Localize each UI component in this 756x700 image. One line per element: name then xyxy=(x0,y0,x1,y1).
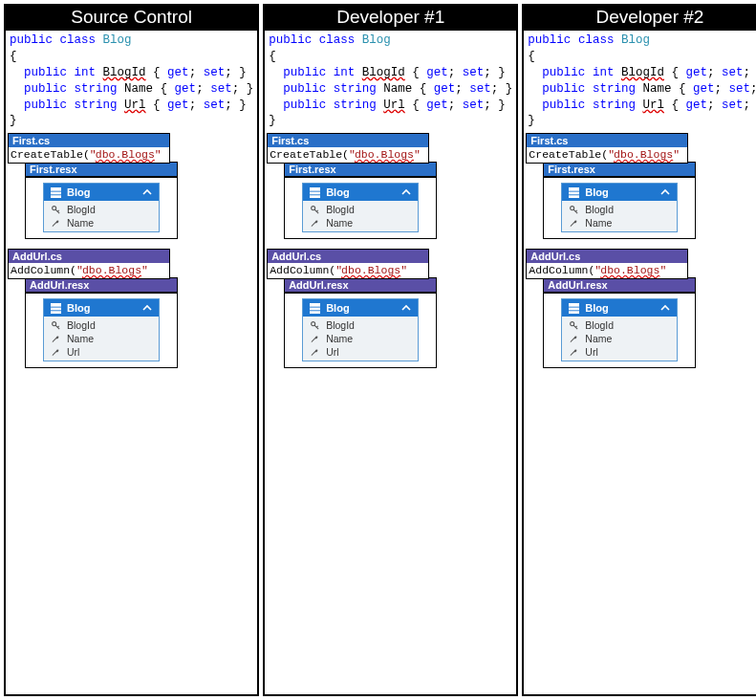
chevron-up-icon xyxy=(400,186,412,198)
file-title: AddUrl.cs xyxy=(9,250,169,263)
column-source-control: Source Control public class Blog { publi… xyxy=(4,4,259,696)
property-row: Url xyxy=(562,345,677,359)
property-row: Name xyxy=(44,216,159,230)
code-snippet: public class Blog { public int BlogId { … xyxy=(265,31,516,129)
property-row: Url xyxy=(303,345,418,359)
entity-properties: BlogId Name Url xyxy=(562,317,677,361)
property-row: Name xyxy=(303,216,418,230)
entity-properties: BlogId Name Url xyxy=(303,317,418,361)
key-icon xyxy=(568,319,579,331)
wrench-icon xyxy=(50,333,61,344)
wrench-icon xyxy=(568,217,579,229)
code-snippet: public class Blog { public int BlogId { … xyxy=(6,31,257,129)
entity-icon xyxy=(309,186,320,198)
svg-rect-21 xyxy=(569,307,579,310)
svg-rect-16 xyxy=(569,187,579,191)
entity-name: Blog xyxy=(67,302,90,314)
file-body: CreateTable("dbo.Blogs" xyxy=(527,147,687,163)
svg-rect-6 xyxy=(51,311,61,314)
property-row: BlogId xyxy=(562,203,677,216)
property-row: BlogId xyxy=(303,318,418,332)
wrench-icon xyxy=(309,346,320,358)
property-row: BlogId xyxy=(562,318,677,332)
columns-container: Source Control public class Blog { publi… xyxy=(4,4,752,696)
property-row: BlogId xyxy=(303,203,418,216)
file-title: AddUrl.resx xyxy=(25,277,178,293)
file-title: AddUrl.cs xyxy=(268,250,428,263)
svg-rect-13 xyxy=(310,307,320,310)
entity-header: Blog xyxy=(303,184,418,201)
column-header: Source Control xyxy=(6,6,257,31)
svg-rect-12 xyxy=(310,303,320,307)
entity-icon xyxy=(568,302,579,314)
svg-rect-18 xyxy=(569,195,579,198)
file-title: First.cs xyxy=(527,134,687,147)
entity-designer: Blog BlogId Name xyxy=(561,183,678,232)
addurl-cs-file: AddUrl.cs AddColumn("dbo.Blogs" xyxy=(8,249,170,279)
addurl-resx-file: AddUrl.resx Blog BlogId Name Url xyxy=(25,277,178,368)
file-body: CreateTable("dbo.Blogs" xyxy=(9,147,169,163)
entity-name: Blog xyxy=(585,302,608,314)
resx-card: Blog BlogId Name xyxy=(25,177,178,239)
wrench-icon xyxy=(568,346,579,358)
chevron-up-icon xyxy=(141,186,153,198)
first-resx-file: First.resx Blog BlogId Name xyxy=(284,162,437,239)
wrench-icon xyxy=(50,346,61,358)
file-title: AddUrl.resx xyxy=(543,277,696,293)
resx-card: Blog BlogId Name Url xyxy=(284,293,437,368)
svg-rect-14 xyxy=(310,311,320,314)
key-icon xyxy=(50,204,61,215)
file-title: First.cs xyxy=(9,134,169,147)
column-developer-2: Developer #2 public class Blog { public … xyxy=(522,4,756,696)
addurl-resx-file: AddUrl.resx Blog BlogId Name Url xyxy=(543,277,696,368)
column-header: Developer #1 xyxy=(265,6,516,31)
entity-header: Blog xyxy=(44,299,159,317)
file-title: First.cs xyxy=(268,134,428,147)
entity-name: Blog xyxy=(67,186,90,198)
entity-header: Blog xyxy=(303,299,418,317)
first-resx-file: First.resx Blog BlogId Name xyxy=(543,162,696,239)
file-title: AddUrl.cs xyxy=(527,250,687,263)
svg-rect-4 xyxy=(51,303,61,307)
file-body: CreateTable("dbo.Blogs" xyxy=(268,147,428,163)
column-header: Developer #2 xyxy=(524,6,756,31)
wrench-icon xyxy=(309,217,320,229)
file-body: AddColumn("dbo.Blogs" xyxy=(268,263,428,278)
key-icon xyxy=(568,204,579,215)
chevron-up-icon xyxy=(659,302,671,314)
files-area: First.cs CreateTable("dbo.Blogs" First.r… xyxy=(265,129,516,368)
resx-card: Blog BlogId Name xyxy=(284,177,437,239)
entity-designer: Blog BlogId Name Url xyxy=(302,298,419,361)
file-title: First.resx xyxy=(284,162,437,177)
entity-icon xyxy=(50,186,61,198)
entity-name: Blog xyxy=(585,186,608,198)
svg-rect-1 xyxy=(51,191,61,194)
property-row: BlogId xyxy=(44,203,159,216)
wrench-icon xyxy=(568,333,579,344)
resx-card: Blog BlogId Name xyxy=(543,177,696,239)
entity-properties: BlogId Name Url xyxy=(44,317,159,361)
key-icon xyxy=(50,319,61,331)
column-developer-1: Developer #1 public class Blog { public … xyxy=(263,4,518,696)
svg-rect-8 xyxy=(310,187,320,191)
key-icon xyxy=(309,204,320,215)
entity-icon xyxy=(568,186,579,198)
svg-rect-9 xyxy=(310,191,320,194)
property-row: Name xyxy=(44,332,159,345)
addurl-cs-file: AddUrl.cs AddColumn("dbo.Blogs" xyxy=(526,249,688,279)
files-area: First.cs CreateTable("dbo.Blogs" First.r… xyxy=(6,129,257,368)
entity-properties: BlogId Name xyxy=(303,201,418,231)
first-cs-file: First.cs CreateTable("dbo.Blogs" xyxy=(8,133,170,164)
chevron-up-icon xyxy=(400,302,412,314)
entity-header: Blog xyxy=(562,299,677,317)
svg-rect-0 xyxy=(51,187,61,191)
property-row: Name xyxy=(562,332,677,345)
resx-card: Blog BlogId Name Url xyxy=(25,293,178,368)
entity-icon xyxy=(309,302,320,314)
chevron-up-icon xyxy=(141,302,153,314)
svg-rect-20 xyxy=(569,303,579,307)
code-snippet: public class Blog { public int BlogId { … xyxy=(524,31,756,129)
svg-rect-10 xyxy=(310,195,320,198)
files-area: First.cs CreateTable("dbo.Blogs" First.r… xyxy=(524,129,756,368)
property-row: Name xyxy=(562,216,677,230)
